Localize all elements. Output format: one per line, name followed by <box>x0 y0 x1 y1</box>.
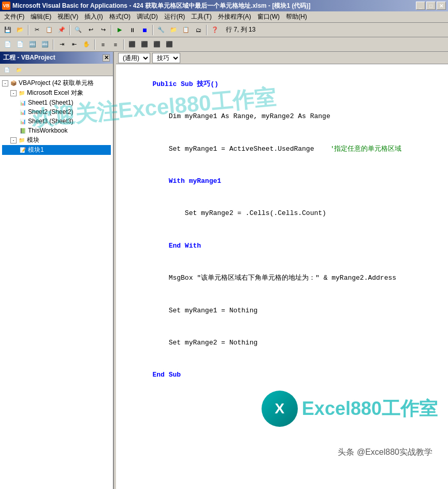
expand-icon-modules[interactable]: - <box>10 137 17 143</box>
code-line-7: MsgBox "该单元格区域右下角单元格的地址为：" & myRange2.Ad… <box>120 262 444 294</box>
tree-sheet3-label: Sheet3 (Sheet3) <box>28 118 73 125</box>
tree-project-label: VBAProject (42 获取单元格 <box>19 79 94 88</box>
sheet-icon-1: 📊 <box>19 98 27 107</box>
menu-file[interactable]: 文件(F) <box>1 11 27 22</box>
undo-button[interactable]: ↩ <box>85 24 96 36</box>
code-line-2: Dim myRange1 As Range, myRange2 As Range <box>120 100 444 133</box>
code-line-5: Set myRange2 = .Cells(.Cells.Count) <box>120 198 444 230</box>
menu-debug[interactable]: 调试(D) <box>134 11 161 22</box>
code-keyword-4: With myRange1 <box>152 177 221 185</box>
tb2-btn2[interactable]: 📄 <box>15 39 26 50</box>
toolbar-sep-1 <box>28 25 29 35</box>
code-keyword-6: End With <box>152 242 201 250</box>
tree-modules-folder[interactable]: - 📁 模块 <box>2 135 111 145</box>
menu-edit[interactable]: 编辑(E) <box>27 11 54 22</box>
panel-title: 工程 - VBAProject ✕ <box>0 52 113 64</box>
code-text-3a: Set myRange1 = ActiveSheet.UsedRange <box>152 145 314 153</box>
menu-window[interactable]: 窗口(W) <box>254 11 283 22</box>
code-content[interactable]: Public Sub 技巧() Dim myRange1 As Range, m… <box>116 64 448 489</box>
tree-sheet1[interactable]: 📊 Sheet1 (Sheet1) <box>2 98 111 107</box>
panel-view-btn2[interactable]: 📁 <box>13 64 24 76</box>
tree-thisworkbook[interactable]: 📗 ThisWorkbook <box>2 126 111 135</box>
toolbar-sep-5 <box>206 25 207 35</box>
code-text-9: Set myRange2 = Nothing <box>152 339 257 347</box>
help-button[interactable]: ❓ <box>209 24 221 36</box>
stop-button[interactable]: ⏹ <box>139 24 150 36</box>
redo-button[interactable]: ↪ <box>97 24 109 36</box>
toolbar2-sep-1 <box>53 39 54 50</box>
project-icon: 📦 <box>9 79 18 88</box>
toolbar-sep-2 <box>69 25 70 35</box>
object-dropdown[interactable]: (通用) <box>118 53 150 63</box>
minimize-button[interactable]: _ <box>416 2 425 10</box>
close-button[interactable]: ✕ <box>437 2 446 10</box>
tree-excel-objects[interactable]: - 📁 Microsoft Excel 对象 <box>2 88 111 98</box>
design-button[interactable]: 🔧 <box>155 24 167 36</box>
tb2-btn6[interactable]: ⬛ <box>139 39 150 50</box>
open-button[interactable]: 📂 <box>15 24 26 36</box>
tree-modules-label: 模块 <box>27 136 39 145</box>
find-button[interactable]: 🔍 <box>73 24 84 36</box>
app-icon: VB <box>2 2 10 10</box>
code-line-6: End With <box>120 230 444 262</box>
tree-sheet2[interactable]: 📊 Sheet2 (Sheet2) <box>2 107 111 117</box>
tree-sheet3[interactable]: 📊 Sheet3 (Sheet3) <box>2 117 111 126</box>
tree-project-root[interactable]: - 📦 VBAProject (42 获取单元格 <box>2 78 111 88</box>
copy-button[interactable]: 📋 <box>44 24 55 36</box>
expand-icon-excel[interactable]: - <box>10 90 17 96</box>
tb2-btn5[interactable]: ⬛ <box>126 39 138 50</box>
sheet-icon-3: 📊 <box>19 117 27 125</box>
tree-sheet2-label: Sheet2 (Sheet2) <box>28 108 73 116</box>
project-button[interactable]: 📁 <box>168 24 179 36</box>
tb2-btn3[interactable]: 🔤 <box>27 39 38 50</box>
procedure-dropdown[interactable]: 技巧 <box>152 53 180 63</box>
tb2-btn8[interactable]: ⬛ <box>164 39 175 50</box>
code-keyword-10: End Sub <box>152 371 181 379</box>
code-text-8: Set myRange1 = Nothing <box>152 307 257 314</box>
maximize-button[interactable]: □ <box>426 2 436 10</box>
tree-sheet1-label: Sheet1 (Sheet1) <box>28 99 73 106</box>
toolbar-2: 📄 📄 🔤 🔤 ⇥ ⇤ ✋ ≡ ≡ ⬛ ⬛ ⬛ ⬛ <box>0 37 448 52</box>
tb2-btn4[interactable]: 🔤 <box>39 39 51 50</box>
code-header: (通用) 技巧 <box>116 52 448 64</box>
tb2-align1[interactable]: ≡ <box>97 39 109 50</box>
tree-excel-label: Microsoft Excel 对象 <box>27 89 83 97</box>
toolbar-sep-3 <box>111 25 112 35</box>
tree-area: - 📦 VBAProject (42 获取单元格 - 📁 Microsoft E… <box>0 76 113 489</box>
code-line-4: With myRange1 <box>120 165 444 197</box>
menu-run[interactable]: 运行(R) <box>161 11 189 22</box>
panel-close-button[interactable]: ✕ <box>103 54 110 62</box>
run-button[interactable]: ▶ <box>114 24 125 36</box>
save-button[interactable]: 💾 <box>2 24 13 36</box>
code-line-10: End Sub <box>120 359 444 392</box>
tb2-indent[interactable]: ⇥ <box>56 39 67 50</box>
menu-view[interactable]: 视图(V) <box>54 11 81 22</box>
menu-addins[interactable]: 外接程序(A) <box>215 11 254 22</box>
menu-format[interactable]: 格式(O) <box>106 11 134 22</box>
code-comment-3: '指定任意的单元格区域 <box>314 145 401 153</box>
pause-button[interactable]: ⏸ <box>126 24 138 36</box>
left-panel: 工程 - VBAProject ✕ 📄 📁 - 📦 VBAProject (42… <box>0 52 114 489</box>
tb2-outdent[interactable]: ⇤ <box>68 39 80 50</box>
code-text-2: Dim myRange1 As Range, myRange2 As Range <box>152 112 330 120</box>
cut-button[interactable]: ✂ <box>31 24 42 36</box>
toolbar2-sep-2 <box>94 39 95 50</box>
workbook-icon: 📗 <box>19 126 27 135</box>
panel-view-btn1[interactable]: 📄 <box>1 64 12 76</box>
code-text-5: Set myRange2 = .Cells(.Cells.Count) <box>152 209 326 217</box>
tb2-btn1[interactable]: 📄 <box>2 39 13 50</box>
tb2-hand[interactable]: ✋ <box>81 39 92 50</box>
folder-icon-modules: 📁 <box>18 136 26 145</box>
object-button[interactable]: 🗂 <box>193 24 204 36</box>
code-line-1: Public Sub 技巧() <box>120 68 444 100</box>
menu-tools[interactable]: 工具(T) <box>188 11 214 22</box>
expand-icon-root[interactable]: - <box>2 80 8 87</box>
paste-button[interactable]: 📌 <box>56 24 67 36</box>
menu-insert[interactable]: 插入(I) <box>81 11 106 22</box>
tb2-btn7[interactable]: ⬛ <box>151 39 163 50</box>
tb2-align2[interactable]: ≡ <box>110 39 121 50</box>
tree-module1[interactable]: 📝 模块1 <box>2 145 111 155</box>
window-controls[interactable]: _ □ ✕ <box>416 2 446 10</box>
menu-help[interactable]: 帮助(H) <box>283 11 310 22</box>
properties-button[interactable]: 📋 <box>180 24 192 36</box>
